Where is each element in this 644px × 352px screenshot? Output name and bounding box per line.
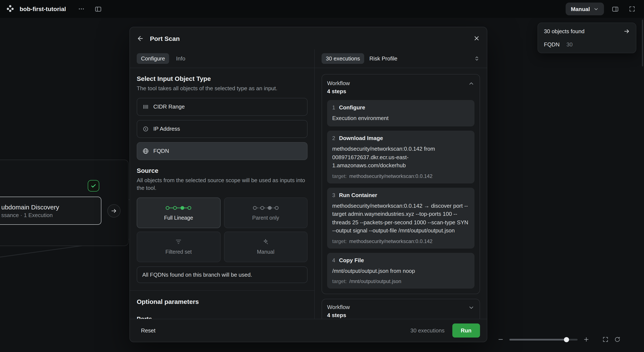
tab-info[interactable]: Info xyxy=(176,55,185,62)
close-icon xyxy=(473,35,480,42)
source-heading: Source xyxy=(137,167,308,174)
step-name: Download Image xyxy=(339,135,383,141)
step-body: Execution environment xyxy=(332,114,469,122)
source-option-filtered-set[interactable]: Filtered set xyxy=(137,232,220,262)
chevron-up-icon[interactable] xyxy=(468,80,474,87)
source-note: All FQDNs found on this branch will be u… xyxy=(137,267,308,283)
target-label: target: xyxy=(332,238,347,244)
input-type-option-cidr[interactable]: CIDR Range xyxy=(137,98,308,116)
workflow-step-1: 1 Configure Execution environment xyxy=(327,100,474,126)
objects-found-title: 30 objects found xyxy=(544,28,584,34)
input-type-description: The tool takes all objects of the select… xyxy=(137,85,308,92)
app-logo-icon xyxy=(6,4,14,14)
run-button[interactable]: Run xyxy=(452,324,480,338)
target-label: target: xyxy=(332,173,347,179)
manual-cursor-icon xyxy=(262,239,270,245)
source-option-label: Filtered set xyxy=(166,249,192,255)
node-subtitle: ssance · 1 Execution xyxy=(1,212,101,218)
zoom-in-button[interactable] xyxy=(583,336,590,343)
node-subdomain-discovery[interactable]: ubdomain Discovery ssance · 1 Execution xyxy=(0,197,101,225)
ports-heading: Ports xyxy=(137,316,308,319)
input-type-option-label: FQDN xyxy=(153,148,169,154)
reset-view-button[interactable] xyxy=(614,336,620,343)
step-body: methodsecurity/networkscan:0.0.142 → dis… xyxy=(332,202,469,235)
step-body: /mnt/output/output.json from noop xyxy=(332,267,469,275)
node-next-button[interactable] xyxy=(107,204,120,218)
step-number: 3 xyxy=(332,192,335,198)
reset-button[interactable]: Reset xyxy=(137,324,160,337)
toggle-left-panel-button[interactable] xyxy=(92,3,104,15)
zoom-slider-fill xyxy=(510,339,567,340)
zoom-out-button[interactable] xyxy=(498,336,504,343)
ip-address-icon xyxy=(142,126,149,132)
source-options-grid: Full Lineage Parent only Filtered set Ma… xyxy=(137,198,308,262)
target-value: /mnt/output/output.json xyxy=(349,278,401,284)
step-title-row: 4 Copy File xyxy=(332,257,469,263)
source-option-manual[interactable]: Manual xyxy=(224,232,308,262)
workflow-header[interactable]: Workflow 4 steps xyxy=(327,304,474,319)
step-target-row: target: methodsecurity/networkscan:0.0.1… xyxy=(332,238,469,244)
sidebar-left-icon xyxy=(95,5,102,12)
objects-found-panel: 30 objects found FQDN 30 xyxy=(538,22,636,53)
step-number: 2 xyxy=(332,135,335,141)
object-type-count: 30 xyxy=(566,41,573,48)
source-option-parent-only[interactable]: Parent only xyxy=(224,198,308,228)
fit-view-button[interactable] xyxy=(602,336,609,343)
project-title: bob-first-tutorial xyxy=(20,5,66,12)
step-name: Run Container xyxy=(339,192,377,198)
globe-icon xyxy=(142,148,149,154)
expand-icon xyxy=(629,5,636,12)
input-type-option-fqdn[interactable]: FQDN xyxy=(137,142,308,160)
step-body: methodsecurity/networkscan:0.0.142 from … xyxy=(332,145,469,170)
step-number: 1 xyxy=(332,104,335,110)
objects-found-open-button[interactable] xyxy=(624,28,630,34)
check-icon xyxy=(90,183,97,189)
step-title-row: 2 Download Image xyxy=(332,135,469,141)
workflow-card-collapsed: Workflow 4 steps xyxy=(322,299,480,319)
parent-only-icon xyxy=(252,205,280,211)
plus-icon xyxy=(583,336,590,343)
workflow-steps-count: 4 steps xyxy=(327,88,350,96)
top-bar: bob-first-tutorial Manual xyxy=(0,0,644,18)
zoom-slider[interactable] xyxy=(510,339,578,340)
mode-selector[interactable]: Manual xyxy=(566,2,604,15)
source-option-label: Manual xyxy=(257,249,274,255)
objects-found-header: 30 objects found xyxy=(544,28,630,34)
workflow-header[interactable]: Workflow 4 steps xyxy=(327,80,474,95)
modal-footer: Reset 30 executions Run xyxy=(130,319,487,342)
source-option-full-lineage[interactable]: Full Lineage xyxy=(137,198,220,228)
executions-chip[interactable]: 30 executions xyxy=(322,53,364,64)
port-scan-modal: Port Scan Configure Info 30 executions R… xyxy=(130,27,487,342)
step-title-row: 1 Configure xyxy=(332,104,469,110)
filter-icon xyxy=(175,239,182,245)
window-scrollbar[interactable] xyxy=(642,19,643,66)
more-menu-button[interactable] xyxy=(76,3,87,15)
modal-header: Port Scan xyxy=(130,27,487,49)
fullscreen-icon xyxy=(602,336,609,343)
fullscreen-button[interactable] xyxy=(626,3,638,15)
workflow-card-expanded: Workflow 4 steps 1 Configure Execution e… xyxy=(322,74,480,294)
back-button[interactable] xyxy=(137,35,144,42)
modal-title: Port Scan xyxy=(150,35,467,42)
execution-profile-selector[interactable]: 30 executions Risk Profile xyxy=(315,49,487,68)
arrow-right-icon xyxy=(624,28,630,34)
step-number: 4 xyxy=(332,257,335,263)
close-button[interactable] xyxy=(473,35,480,42)
reset-view-icon xyxy=(614,336,620,343)
objects-found-row-fqdn[interactable]: FQDN 30 xyxy=(544,41,630,48)
workflow-title: Workflow xyxy=(327,80,350,88)
tab-configure[interactable]: Configure xyxy=(137,53,169,64)
step-name: Configure xyxy=(339,104,365,110)
optional-parameters-heading: Optional parameters xyxy=(137,298,308,305)
chevron-down-icon[interactable] xyxy=(468,304,474,311)
input-type-option-ip[interactable]: IP Address xyxy=(137,120,308,138)
target-value: methodsecurity/networkscan:0.0.142 xyxy=(349,238,432,244)
source-description: All objects from the selected source sco… xyxy=(137,177,308,192)
workflow-header-text: Workflow 4 steps xyxy=(327,80,350,95)
modal-control-row: Configure Info 30 executions Risk Profil… xyxy=(130,49,487,68)
zoom-slider-knob[interactable] xyxy=(564,337,569,342)
full-lineage-icon xyxy=(164,205,193,211)
select-updown-icon xyxy=(474,55,480,62)
workflow-header-text: Workflow 4 steps xyxy=(327,304,350,319)
toggle-right-panel-button[interactable] xyxy=(609,3,621,15)
